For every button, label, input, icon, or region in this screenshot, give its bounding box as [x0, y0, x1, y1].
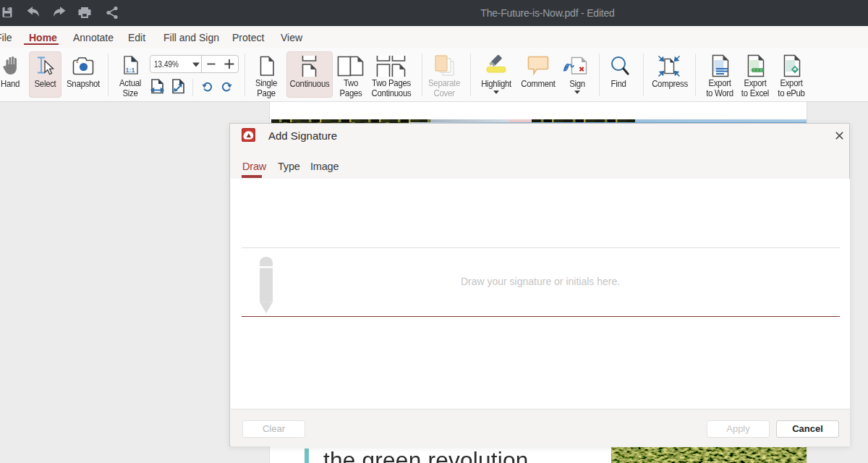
- svg-text:1:1: 1:1: [125, 67, 135, 74]
